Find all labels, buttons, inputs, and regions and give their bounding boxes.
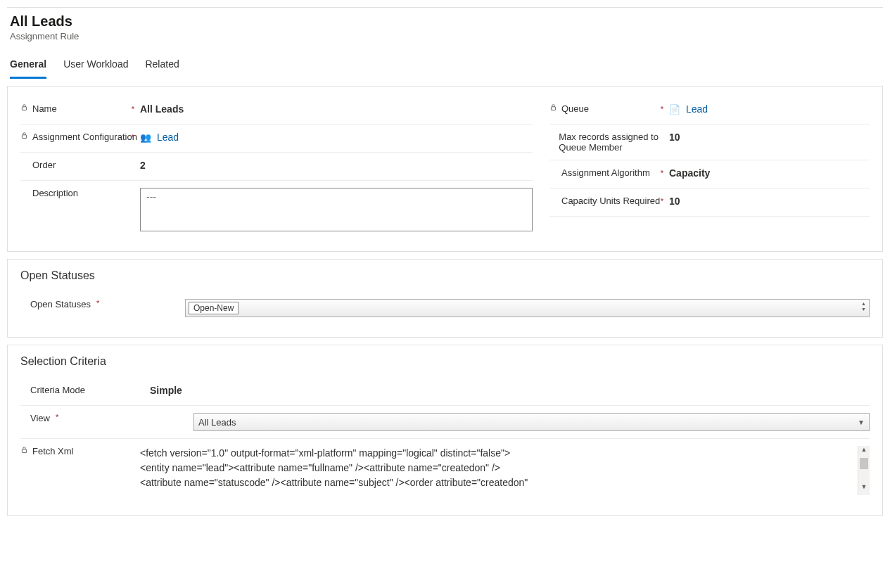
name-value[interactable]: All Leads <box>140 103 533 115</box>
lock-icon <box>20 132 28 139</box>
required-icon: * <box>132 133 134 141</box>
tab-strip: General User Workload Related <box>7 54 883 79</box>
required-icon: * <box>96 299 99 307</box>
document-icon: 📄 <box>669 104 680 115</box>
scrollbar[interactable]: ▲ ▼ <box>858 446 870 495</box>
cap-value[interactable]: 10 <box>669 196 870 207</box>
tab-related[interactable]: Related <box>145 54 179 79</box>
required-icon: * <box>661 197 663 205</box>
page-header: All Leads Assignment Rule <box>7 7 883 50</box>
name-label: Name <box>32 103 57 114</box>
required-icon: * <box>132 105 134 113</box>
field-description: Description <box>20 181 533 238</box>
queue-label: Queue <box>561 103 589 114</box>
chevron-down-icon: ▼ <box>858 418 865 426</box>
page-subtitle: Assignment Rule <box>10 31 880 41</box>
desc-label: Description <box>32 188 78 198</box>
lock-icon <box>549 103 557 111</box>
fetch-label: Fetch Xml <box>32 446 74 456</box>
section-general: Name* All Leads Assignment Configuration… <box>7 86 883 252</box>
open-statuses-chip[interactable]: Open-New <box>189 302 239 314</box>
view-label: View <box>30 413 50 423</box>
field-assignment-algorithm: Assignment Algorithm* Capacity <box>549 160 870 188</box>
mode-label: Criteria Mode <box>30 385 85 395</box>
required-icon: * <box>661 169 663 177</box>
open-statuses-title: Open Statuses <box>20 269 870 282</box>
algo-value[interactable]: Capacity <box>669 167 870 179</box>
selection-criteria-title: Selection Criteria <box>20 355 870 368</box>
scroll-down-icon[interactable]: ▼ <box>858 483 870 495</box>
max-label: Max records assigned to Queue Member <box>559 132 669 153</box>
open-statuses-label: Open Statuses <box>30 299 91 309</box>
people-icon: 👥 <box>140 132 151 143</box>
scroll-thumb[interactable] <box>860 458 868 469</box>
view-value: All Leads <box>198 417 236 428</box>
required-icon: * <box>661 105 663 113</box>
view-dropdown[interactable]: All Leads ▼ <box>193 413 870 431</box>
tab-general[interactable]: General <box>10 54 46 79</box>
order-value[interactable]: 2 <box>140 160 533 171</box>
queue-link[interactable]: Lead <box>686 103 708 115</box>
fetch-xml-textarea[interactable] <box>140 446 858 495</box>
ac-label: Assignment Configuration <box>32 132 137 142</box>
max-value[interactable]: 10 <box>669 132 870 143</box>
ac-link[interactable]: Lead <box>157 132 179 143</box>
field-criteria-mode: Criteria Mode Simple <box>20 378 870 406</box>
field-view: View* All Leads ▼ <box>20 406 870 439</box>
algo-label: Assignment Algorithm <box>561 167 650 178</box>
field-open-statuses: Open Statuses* Open-New ▲▼ <box>20 292 870 324</box>
spinner-icon[interactable]: ▲▼ <box>861 301 866 312</box>
required-icon: * <box>56 413 58 421</box>
description-input[interactable] <box>140 188 533 231</box>
page-title: All Leads <box>10 13 880 30</box>
field-name: Name* All Leads <box>20 96 533 124</box>
field-capacity-units: Capacity Units Required* 10 <box>549 188 870 217</box>
cap-label: Capacity Units Required <box>561 196 660 206</box>
open-statuses-select[interactable]: Open-New ▲▼ <box>185 299 870 317</box>
scroll-up-icon[interactable]: ▲ <box>858 446 870 458</box>
field-queue: Queue* 📄 Lead <box>549 96 870 124</box>
lock-icon <box>20 103 28 111</box>
field-assignment-configuration: Assignment Configuration* 👥 Lead <box>20 124 533 153</box>
tab-user-workload[interactable]: User Workload <box>63 54 128 79</box>
mode-value[interactable]: Simple <box>150 385 870 396</box>
field-max-records: Max records assigned to Queue Member 10 <box>549 124 870 160</box>
field-order: Order 2 <box>20 153 533 181</box>
order-label: Order <box>32 160 56 170</box>
field-fetch-xml: Fetch Xml ▲ ▼ <box>20 439 870 502</box>
section-open-statuses: Open Statuses Open Statuses* Open-New ▲▼ <box>7 259 883 338</box>
lock-icon <box>20 446 28 454</box>
section-selection-criteria: Selection Criteria Criteria Mode Simple … <box>7 345 883 516</box>
